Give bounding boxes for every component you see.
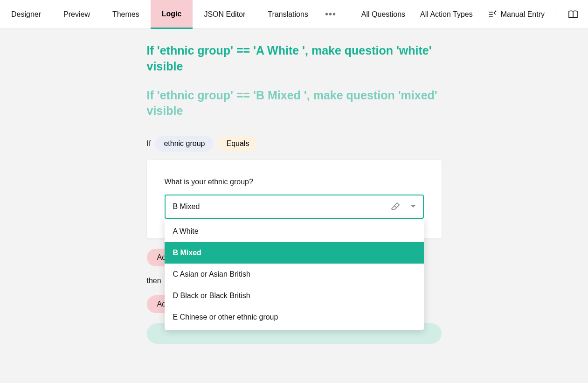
help-button[interactable] <box>560 0 588 28</box>
if-label: If <box>147 139 151 148</box>
ethnic-group-select[interactable]: B Mixed <box>165 195 424 219</box>
option-c-asian[interactable]: C Asian or Asian British <box>165 264 424 285</box>
option-a-white[interactable]: A White <box>165 221 424 242</box>
option-d-black[interactable]: D Black or Black British <box>165 285 424 306</box>
ethnic-group-dropdown: A White B Mixed C Asian or Asian British… <box>165 219 424 330</box>
manual-entry-button[interactable]: Manual Entry <box>480 0 552 28</box>
tab-preview[interactable]: Preview <box>52 0 101 28</box>
condition-row: If ethnic group Equals <box>147 136 442 152</box>
tab-translations[interactable]: Translations <box>256 0 319 28</box>
tab-logic[interactable]: Logic <box>151 0 193 29</box>
tab-designer[interactable]: Designer <box>0 0 52 28</box>
tab-json-editor[interactable]: JSON Editor <box>193 0 256 28</box>
condition-operator-pill[interactable]: Equals <box>218 136 257 152</box>
chevron-down-icon[interactable] <box>411 204 415 209</box>
tab-themes[interactable]: Themes <box>101 0 151 28</box>
rule-1-heading[interactable]: If 'ethnic group' == 'A White ', make qu… <box>147 43 442 75</box>
book-icon <box>567 9 579 20</box>
filter-all-action-types[interactable]: All Action Types <box>413 0 480 28</box>
value-panel: What is your ethnic group? B Mixed <box>147 160 442 238</box>
filter-all-questions[interactable]: All Questions <box>354 0 413 28</box>
panel-question-label: What is your ethnic group? <box>165 178 424 186</box>
more-menu[interactable]: ••• <box>319 0 342 28</box>
top-tabs: Designer Preview Themes Logic JSON Edito… <box>0 0 588 29</box>
manual-entry-icon <box>488 10 497 19</box>
option-b-mixed[interactable]: B Mixed <box>165 242 424 264</box>
logic-content: If 'ethnic group' == 'A White ', make qu… <box>0 29 588 344</box>
eraser-icon[interactable] <box>390 202 401 212</box>
select-current-value: B Mixed <box>173 202 390 211</box>
option-e-chinese-other[interactable]: E Chinese or other ethnic group <box>165 306 424 328</box>
condition-question-pill[interactable]: ethnic group <box>155 136 213 152</box>
rule-2-heading[interactable]: If 'ethnic group' == 'B Mixed ', make qu… <box>147 88 442 119</box>
manual-entry-label: Manual Entry <box>501 10 545 19</box>
toolbar-divider <box>556 7 556 22</box>
